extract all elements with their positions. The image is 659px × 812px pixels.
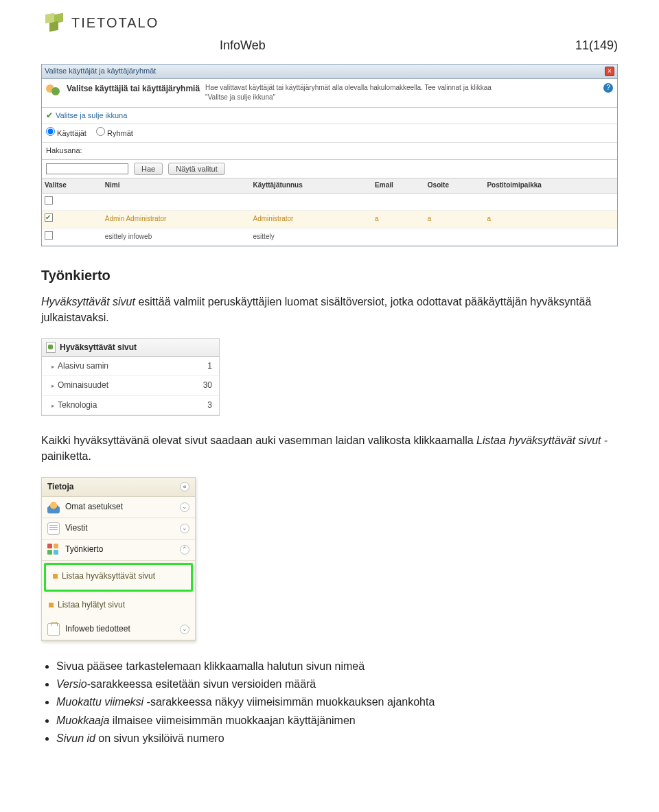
col-city: Postitoimipaikka [484,178,617,193]
list-item: Sivun id on sivun yksilöivä numero [56,731,618,746]
chevron-down-icon[interactable]: ⌄ [180,524,189,533]
envelope-icon [47,522,60,535]
panel-item-settings[interactable]: Omat asetukset ⌄ [42,497,195,518]
show-selected-button[interactable]: Näytä valitut [168,163,225,175]
row-checkbox[interactable] [45,213,53,222]
cell-email [372,228,425,246]
section-heading: Työnkierto [41,266,618,286]
para2-a: Kaikki hyväksyttävänä olevat sivut saada… [41,434,476,446]
user-icon [47,501,60,513]
radio-users-label: Käyttäjät [57,129,86,137]
user-picker-dialog: Valitse käyttäjät ja käyttäjäryhmät × Va… [41,64,618,246]
col-address: Osoite [425,178,485,193]
chevron-up-icon[interactable]: ⌃ [180,545,189,555]
col-user: Käyttäjätunnus [251,178,373,193]
document-icon [46,342,56,353]
triangle-icon: ▸ [51,382,55,389]
cell-city: a [484,211,617,229]
users-icon [46,83,61,98]
col-email: Email [372,178,425,193]
cell-addr: a [425,211,485,229]
cell-city [484,228,617,246]
radio-users[interactable]: Käyttäjät [46,127,86,139]
search-input[interactable] [46,163,128,174]
subitem: Listaa hylätyt sivut [42,594,195,618]
cell-email: a [372,211,425,229]
select-and-close-link[interactable]: Valitse ja sulje ikkuna [56,111,127,121]
list-item: Muokattu viimeksi -sarakkeessa näkyy vii… [56,695,618,710]
search-label: Hakusana: [46,146,82,156]
bullet-icon [49,603,54,607]
bullet-term: Muokattu viimeksi [56,696,143,708]
panel-item-workflow[interactable]: Työnkierto ⌃ [42,540,195,561]
bullet-term: Sivun id [56,732,95,744]
col-select: Valitse [42,178,102,193]
bullet-list: Sivua pääsee tarkastelemaan klikkaamalla… [56,659,618,747]
paragraph-1: Hyväksyttävät sivut esittää valmiit peru… [41,294,618,325]
document-header: InfoWeb 11(149) [41,34,618,58]
widget-row-name: Ominaisuudet [58,380,108,390]
help-icon[interactable]: ? [603,83,613,93]
cell-name: esittely infoweb [102,228,251,246]
row-checkbox[interactable] [45,196,53,205]
info-sidebar-panel: Tietoja « Omat asetukset ⌄ Viestit ⌄ Työ… [41,477,196,641]
brand-name: TIETOTALO [71,15,159,31]
workflow-icon [47,544,60,556]
panel-item-label: Viestit [65,522,87,534]
bullet-text: ilmaisee viimeisimmän muokkaajan käyttäj… [109,715,355,726]
widget-row-name: Teknologia [58,400,97,410]
chevron-down-icon[interactable]: ⌄ [180,625,189,634]
widget-row[interactable]: ▸Alasivu samin 1 [42,357,219,376]
bullet-text: -sarakkeessa esitetään sivun versioiden … [87,678,316,690]
table-row[interactable] [42,193,617,211]
cell-name: Admin Administrator [102,211,251,229]
cell-addr [425,228,485,246]
list-item: Sivua pääsee tarkastelemaan klikkaamalla… [56,659,618,674]
sub-item-label: Listaa hylätyt sivut [58,599,125,611]
dialog-titlebar: Valitse käyttäjät ja käyttäjäryhmät [45,66,156,77]
widget-row[interactable]: ▸Ominaisuudet 30 [42,376,219,395]
table-row[interactable]: esittely infoweb esittely [42,228,617,246]
bullet-text: Sivua pääsee tarkastelemaan klikkaamalla… [56,660,365,672]
cell-user: esittely [251,228,373,246]
results-table: Valitse Nimi Käyttäjätunnus Email Osoite… [42,178,617,246]
bullet-text: on sivun yksilöivä numero [95,732,224,744]
collapse-icon[interactable]: « [180,482,189,491]
list-rejected-pages[interactable]: Listaa hylätyt sivut [47,597,191,613]
panel-item-label: Työnkierto [65,544,103,555]
search-button[interactable]: Hae [134,163,163,175]
dialog-heading: Valitse käyttäjiä tai käyttäjäryhmiä [67,83,200,95]
radio-groups-label: Ryhmät [107,129,133,137]
chevron-down-icon[interactable]: ⌄ [180,502,189,512]
para1-term: Hyväksyttävät sivut [41,296,135,308]
widget-row-count: 3 [207,399,212,411]
widget-row[interactable]: ▸Teknologia 3 [42,396,219,415]
clipboard-icon [47,623,60,636]
panel-item-label: Omat asetukset [65,501,123,513]
sub-item-label: Listaa hyväksyttävät sivut [62,570,155,582]
panel-item-news[interactable]: Infoweb tiedotteet ⌄ [42,619,195,640]
check-icon: ✔ [46,110,53,121]
widget-row-count: 30 [203,380,212,391]
document-page-number: 11(149) [575,38,618,53]
triangle-icon: ▸ [51,402,55,409]
table-row[interactable]: Admin Administrator Administrator a a a [42,211,617,229]
widget-title: Hyväksyttävät sivut [60,342,137,353]
list-approve-pages[interactable]: Listaa hyväksyttävät sivut [51,568,187,584]
bullet-text: -sarakkeessa näkyy viimeisimmän muokkauk… [143,696,435,708]
close-icon[interactable]: × [605,67,614,76]
brand-logo-icon [44,12,65,33]
list-item: Versio-sarakkeessa esitetään sivun versi… [56,677,618,692]
radio-groups[interactable]: Ryhmät [96,127,133,139]
document-title: InfoWeb [41,38,266,53]
bullet-term: Muokkaaja [56,715,109,726]
dialog-subtext: Hae valittavat käyttäjät tai käyttäjäryh… [205,83,494,103]
highlighted-subitem: Listaa hyväksyttävät sivut [44,563,193,592]
brand-header: TIETOTALO [41,8,618,34]
cell-user: Administrator [251,211,373,229]
approve-pages-widget: Hyväksyttävät sivut ▸Alasivu samin 1 ▸Om… [41,338,220,417]
widget-row-count: 1 [207,360,212,372]
row-checkbox[interactable] [45,231,53,240]
panel-item-messages[interactable]: Viestit ⌄ [42,518,195,540]
widget-row-name: Alasivu samin [58,361,108,371]
